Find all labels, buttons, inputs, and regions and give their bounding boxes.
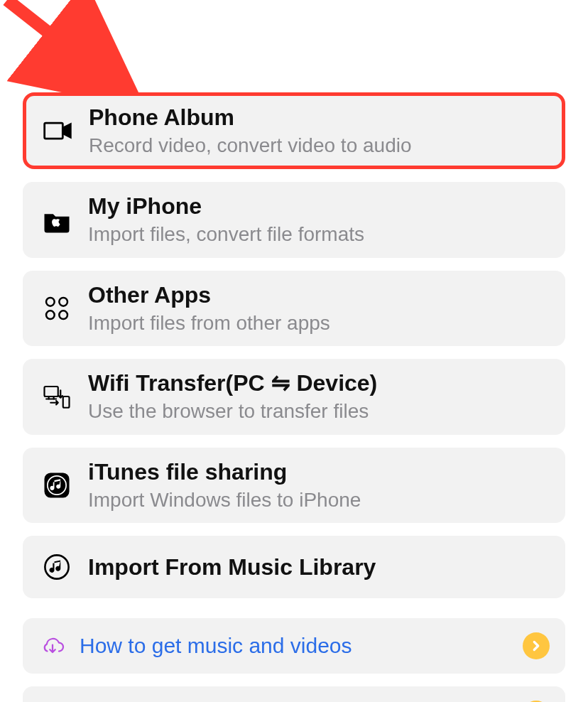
option-my-iphone[interactable]: My iPhone Import files, convert file for… bbox=[23, 182, 565, 257]
svg-rect-10 bbox=[63, 396, 70, 408]
option-title: Wifi Transfer(PC ⇋ Device) bbox=[88, 369, 550, 397]
option-text: Import From Music Library bbox=[88, 553, 550, 581]
svg-rect-6 bbox=[45, 387, 58, 396]
option-subtitle: Use the browser to transfer files bbox=[88, 399, 550, 424]
camera-icon bbox=[39, 112, 76, 149]
svg-rect-1 bbox=[45, 123, 63, 139]
svg-line-0 bbox=[7, 0, 107, 78]
help-how-to-get-music[interactable]: How to get music and videos bbox=[23, 618, 565, 674]
options-list: Phone Album Record video, convert video … bbox=[23, 92, 565, 702]
option-title: iTunes file sharing bbox=[88, 458, 550, 486]
cloud-download-icon bbox=[38, 632, 67, 660]
option-import-music-library[interactable]: Import From Music Library bbox=[23, 536, 565, 598]
option-wifi-transfer[interactable]: Wifi Transfer(PC ⇋ Device) Use the brows… bbox=[23, 359, 565, 434]
svg-rect-3 bbox=[59, 298, 67, 306]
option-subtitle: Record video, convert video to audio bbox=[89, 133, 549, 158]
help-text: How to get music and videos bbox=[80, 632, 514, 659]
option-phone-album[interactable]: Phone Album Record video, convert video … bbox=[23, 92, 565, 169]
option-text: iTunes file sharing Import Windows files… bbox=[88, 458, 550, 513]
option-itunes-file-sharing[interactable]: iTunes file sharing Import Windows files… bbox=[23, 448, 565, 523]
chevron-right-icon bbox=[523, 632, 550, 659]
option-text: Wifi Transfer(PC ⇋ Device) Use the brows… bbox=[88, 369, 550, 424]
itunes-icon bbox=[38, 467, 75, 504]
option-text: Phone Album Record video, convert video … bbox=[89, 103, 549, 158]
help-title: How to get music and videos bbox=[80, 632, 514, 659]
option-title: Import From Music Library bbox=[88, 553, 550, 581]
option-subtitle: Import files from other apps bbox=[88, 310, 550, 336]
option-other-apps[interactable]: Other Apps Import files from other apps bbox=[23, 271, 565, 346]
option-text: Other Apps Import files from other apps bbox=[88, 281, 550, 336]
option-subtitle: Import Windows files to iPhone bbox=[88, 487, 550, 513]
music-library-icon bbox=[38, 549, 75, 585]
svg-rect-4 bbox=[46, 310, 55, 319]
option-subtitle: Import files, convert file formats bbox=[88, 222, 550, 247]
svg-rect-2 bbox=[46, 298, 55, 306]
option-text: My iPhone Import files, convert file for… bbox=[88, 192, 550, 247]
wifi-transfer-icon bbox=[38, 378, 75, 415]
option-title: Other Apps bbox=[88, 281, 550, 309]
option-title: My iPhone bbox=[88, 192, 550, 220]
import-options-screen: Phone Album Record video, convert video … bbox=[0, 0, 588, 702]
folder-apple-icon bbox=[38, 202, 75, 239]
apps-grid-icon bbox=[38, 290, 75, 327]
help-batch-import[interactable]: Batch import from other Apps bbox=[23, 686, 565, 702]
option-title: Phone Album bbox=[89, 103, 549, 131]
svg-rect-5 bbox=[59, 310, 67, 319]
